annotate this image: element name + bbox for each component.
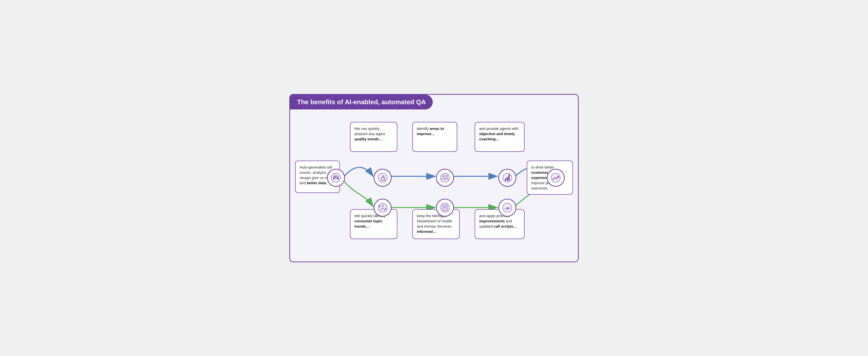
box-bot2: keep the Michigan Department of Health a… bbox=[412, 209, 460, 239]
diagram-area: Auto-generated call scores, analysis, an… bbox=[290, 115, 578, 254]
gauge-icon bbox=[502, 203, 512, 213]
box-top1-text: We can quickly pinpoint any agent qualit… bbox=[354, 126, 385, 141]
headset-icon-circle: % bbox=[327, 169, 345, 187]
svg-point-15 bbox=[508, 174, 510, 176]
gauge-icon-circle bbox=[498, 199, 516, 217]
person-icon-circle bbox=[374, 199, 392, 217]
box-top3: and provide agents with objective and ti… bbox=[475, 122, 525, 152]
box-bot2-text: keep the Michigan Department of Health a… bbox=[417, 214, 453, 234]
box-top1: We can quickly pinpoint any agent qualit… bbox=[350, 122, 397, 152]
headset-icon: % bbox=[331, 173, 341, 183]
person-scale-icon bbox=[378, 203, 388, 213]
title-bar: The benefits of AI-enabled, automated QA bbox=[290, 95, 433, 109]
trending-icon bbox=[551, 173, 561, 183]
box-bot3: and apply process improvements and updat… bbox=[475, 209, 525, 239]
svg-rect-12 bbox=[505, 179, 506, 181]
trending-icon-circle bbox=[547, 169, 565, 187]
box-top2: identify areas to improve… bbox=[412, 122, 457, 152]
box-bot3-text: and apply process improvements and updat… bbox=[479, 214, 517, 228]
coaching-icon bbox=[440, 173, 450, 183]
box-bot1: We quickly identify consumer topic trend… bbox=[350, 209, 397, 239]
svg-rect-14 bbox=[508, 176, 509, 181]
main-container: The benefits of AI-enabled, automated QA bbox=[289, 94, 579, 262]
document-icon-circle bbox=[436, 199, 454, 217]
coaching-icon-circle bbox=[436, 169, 454, 187]
chart-icon bbox=[502, 173, 512, 183]
page-title: The benefits of AI-enabled, automated QA bbox=[297, 98, 426, 106]
svg-point-28 bbox=[507, 209, 508, 210]
thumbsup-icon bbox=[378, 173, 388, 183]
svg-rect-4 bbox=[333, 178, 335, 180]
chart-icon-circle bbox=[498, 169, 516, 187]
box-top2-text: identify areas to improve… bbox=[417, 126, 444, 136]
thumbsup-icon-circle bbox=[374, 169, 392, 187]
box-top3-text: and provide agents with objective and ti… bbox=[479, 126, 519, 141]
svg-point-21 bbox=[440, 203, 450, 212]
svg-point-8 bbox=[440, 173, 450, 182]
svg-rect-13 bbox=[506, 177, 508, 181]
svg-rect-5 bbox=[338, 178, 339, 180]
document-icon bbox=[440, 203, 450, 213]
